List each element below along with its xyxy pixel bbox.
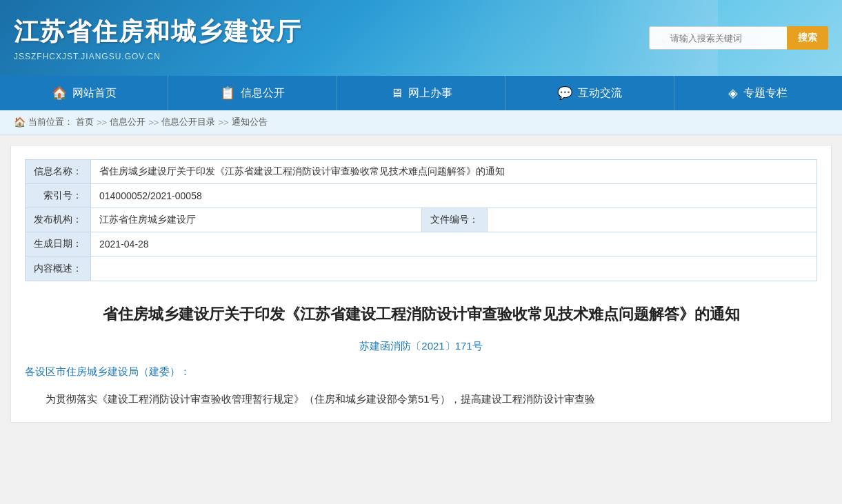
special-icon: ◈	[728, 85, 738, 101]
breadcrumb-sep-2: >>	[148, 117, 159, 128]
online-icon: 🖥	[390, 86, 403, 101]
value-docnum	[487, 208, 816, 232]
table-row-org: 发布机构： 江苏省住房城乡建设厅 文件编号：	[26, 208, 817, 232]
article-body: 为贯彻落实《建设工程消防设计审查验收管理暂行规定》（住房和城乡建设部令第51号）…	[25, 390, 817, 408]
site-url: JSSZFHCXJST.JIANGSU.GOV.CN	[14, 52, 302, 61]
breadcrumb-sep-3: >>	[218, 117, 228, 128]
header-left: 江苏省住房和城乡建设厅 JSSZFHCXJST.JIANGSU.GOV.CN	[14, 15, 302, 61]
label-org: 发布机构：	[26, 208, 91, 232]
main-content: 信息名称： 省住房城乡建设厅关于印发《江苏省建设工程消防设计审查验收常见技术难点…	[10, 145, 832, 423]
search-button[interactable]: 搜索	[787, 26, 828, 50]
nav-items: 🏠 网站首页 📋 信息公开 🖥 网上办事 💬 互动交流 ◈ 专题专栏	[0, 76, 842, 110]
nav-label-interact: 互动交流	[578, 86, 622, 101]
table-row-date: 生成日期： 2021-04-28	[26, 232, 817, 256]
breadcrumb-sep-1: >>	[97, 117, 107, 128]
table-row-index: 索引号： 014000052/2021-00058	[26, 184, 817, 208]
info-table: 信息名称： 省住房城乡建设厅关于印发《江苏省建设工程消防设计审查验收常见技术难点…	[25, 159, 817, 281]
label-index: 索引号：	[26, 184, 91, 208]
breadcrumb-current: 通知公告	[232, 116, 268, 128]
value-org: 江苏省住房城乡建设厅	[91, 208, 422, 232]
label-date: 生成日期：	[26, 232, 91, 256]
main-nav: 🏠 网站首页 📋 信息公开 🖥 网上办事 💬 互动交流 ◈ 专题专栏	[0, 76, 842, 110]
article-doc-num: 苏建函消防〔2021〕171号	[25, 340, 817, 353]
nav-item-info[interactable]: 📋 信息公开	[168, 76, 337, 110]
breadcrumb-home-icon: 🏠	[14, 117, 26, 128]
info-icon: 📋	[220, 85, 235, 101]
site-title: 江苏省住房和城乡建设厅	[14, 15, 302, 49]
breadcrumb: 🏠 当前位置： 首页 >> 信息公开 >> 信息公开目录 >> 通知公告	[0, 110, 842, 134]
label-docnum: 文件编号：	[421, 208, 487, 232]
header: 江苏省住房和城乡建设厅 JSSZFHCXJST.JIANGSU.GOV.CN 🔍…	[0, 0, 842, 76]
value-summary	[91, 256, 817, 281]
nav-label-info: 信息公开	[241, 86, 285, 101]
nav-label-online: 网上办事	[408, 86, 452, 101]
nav-item-interact[interactable]: 💬 互动交流	[505, 76, 674, 110]
breadcrumb-link-home[interactable]: 首页	[76, 116, 94, 128]
home-icon: 🏠	[52, 85, 67, 101]
nav-item-home[interactable]: 🏠 网站首页	[0, 76, 168, 110]
breadcrumb-prefix: 当前位置：	[28, 116, 73, 128]
nav-label-home: 网站首页	[72, 86, 117, 101]
search-box: 🔍 搜索	[649, 26, 828, 50]
table-row-title: 信息名称： 省住房城乡建设厅关于印发《江苏省建设工程消防设计审查验收常见技术难点…	[26, 160, 817, 184]
table-row-summary: 内容概述：	[26, 256, 817, 281]
nav-label-special: 专题专栏	[743, 86, 788, 101]
label-title: 信息名称：	[26, 160, 91, 184]
breadcrumb-link-catalog[interactable]: 信息公开目录	[161, 116, 215, 128]
value-index: 014000052/2021-00058	[91, 184, 817, 208]
label-summary: 内容概述：	[26, 256, 91, 281]
article-title: 省住房城乡建设厅关于印发《江苏省建设工程消防设计审查验收常见技术难点问题解答》的…	[25, 302, 817, 326]
article-recipients: 各设区市住房城乡建设局（建委）：	[25, 365, 817, 379]
nav-item-online[interactable]: 🖥 网上办事	[337, 76, 505, 110]
interact-icon: 💬	[557, 85, 572, 101]
breadcrumb-link-info[interactable]: 信息公开	[110, 116, 146, 128]
value-date: 2021-04-28	[91, 232, 817, 256]
value-title: 省住房城乡建设厅关于印发《江苏省建设工程消防设计审查验收常见技术难点问题解答》的…	[91, 160, 817, 184]
search-input[interactable]	[649, 26, 787, 50]
search-input-wrapper: 🔍	[649, 26, 787, 50]
nav-item-special[interactable]: ◈ 专题专栏	[674, 76, 842, 110]
